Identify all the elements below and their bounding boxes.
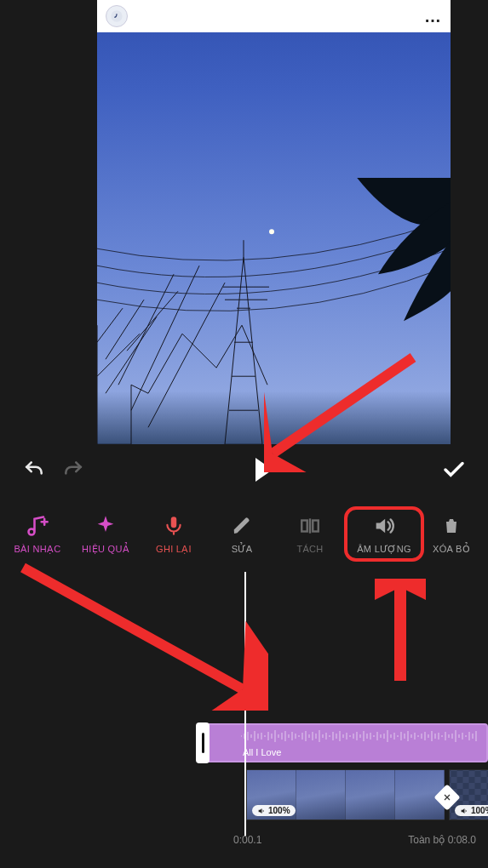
tool-record[interactable]: GHI LẠI [140, 513, 208, 555]
volume-value: 100% [471, 806, 488, 815]
tool-label: HIỆU QUẢ [82, 544, 129, 555]
confirm-button[interactable] [437, 453, 471, 487]
more-icon[interactable]: … [424, 7, 442, 26]
tool-label: BÀI NHẠC [14, 544, 60, 555]
tool-label: SỬA [232, 544, 253, 555]
svg-rect-4 [313, 521, 319, 532]
play-icon [255, 458, 273, 482]
tool-effects[interactable]: HIỆU QUẢ [72, 513, 140, 555]
tool-label: GHI LẠI [156, 544, 192, 555]
music-clip-title: All I Love [243, 747, 281, 757]
trash-icon [439, 513, 464, 539]
svg-rect-3 [301, 521, 307, 532]
timeline[interactable]: All I Love 100% 100% 0:00.1 Toàn bộ 0:08… [0, 572, 488, 868]
music-plus-icon [25, 513, 50, 539]
time-display: 0:00.1 Toàn bộ 0:08.0 [0, 834, 488, 846]
post-header: … [97, 0, 451, 32]
volume-badge: 100% [252, 805, 296, 816]
total-time: Toàn bộ 0:08.0 [408, 834, 476, 846]
tool-label: ÂM LƯỢNG [357, 544, 411, 555]
player-controls [0, 444, 488, 495]
redo-button [56, 453, 90, 487]
video-clip-1[interactable]: 100% [246, 769, 445, 820]
sparkle-icon [93, 513, 118, 539]
tool-label: XÓA BỎ [433, 544, 470, 555]
split-icon [297, 513, 323, 539]
tool-volume[interactable]: ÂM LƯỢNG [344, 506, 424, 562]
tool-delete[interactable]: XÓA BỎ [424, 513, 479, 555]
edit-toolbar: BÀI NHẠC HIỆU QUẢ GHI LẠI SỬA TÁCH ÂM LƯ… [0, 495, 488, 572]
tool-music[interactable]: BÀI NHẠC [3, 513, 72, 555]
svg-rect-2 [171, 517, 177, 528]
video-preview-area: … [0, 0, 488, 444]
playhead[interactable] [244, 572, 246, 836]
svg-point-1 [269, 229, 274, 234]
volume-value: 100% [268, 806, 290, 815]
current-time: 0:00.1 [233, 834, 261, 846]
tool-edit[interactable]: SỬA [208, 513, 276, 555]
undo-button[interactable] [17, 453, 51, 487]
video-preview[interactable]: … [97, 0, 451, 444]
avatar [106, 5, 128, 27]
clip-trim-handle[interactable] [196, 722, 210, 763]
mic-icon [161, 513, 187, 539]
preview-silhouette [97, 178, 451, 444]
music-clip[interactable]: All I Love [204, 723, 488, 762]
play-button[interactable] [247, 453, 281, 487]
tool-label: TÁCH [296, 544, 323, 554]
speaker-icon [371, 513, 397, 539]
tool-split[interactable]: TÁCH [276, 513, 344, 554]
waveform-icon [241, 729, 479, 743]
volume-badge: 100% [455, 805, 488, 816]
pencil-icon [229, 513, 255, 539]
